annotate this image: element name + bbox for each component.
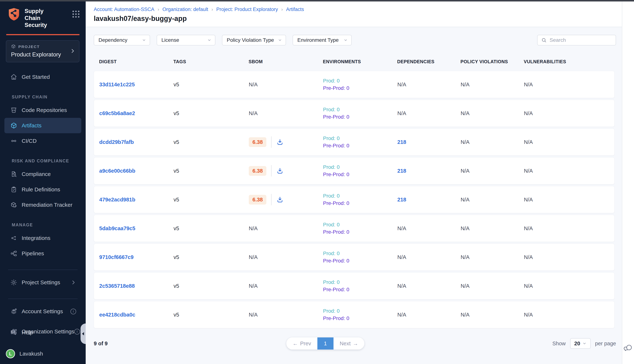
column-header-sbom: SBOM bbox=[249, 59, 323, 64]
breadcrumb-link[interactable]: Project: Product Exploratory bbox=[216, 6, 278, 12]
env-prod-count: Prod: 0 bbox=[323, 278, 397, 286]
vulnerabilities-value: N/A bbox=[524, 110, 533, 116]
prev-page-button[interactable]: ← Prev bbox=[286, 338, 317, 350]
code-repo-icon bbox=[10, 107, 17, 114]
sidebar-item-account-settings[interactable]: Account Settings i bbox=[5, 304, 81, 319]
digest-link[interactable]: c69c5b6a8ae2 bbox=[99, 110, 135, 116]
sbom-value: N/A bbox=[249, 254, 257, 260]
sidebar-item-artifacts[interactable]: Artifacts bbox=[5, 118, 81, 133]
sidebar-item-get-started[interactable]: Get Started bbox=[5, 69, 81, 85]
integrations-icon bbox=[10, 234, 17, 242]
supply-chain-security-logo-icon bbox=[8, 8, 20, 21]
sbom-score-badge: 6.38 bbox=[249, 137, 266, 147]
digest-link[interactable]: 2c5365718e88 bbox=[99, 283, 135, 289]
clipboard-check-icon bbox=[10, 186, 17, 193]
page-1-button[interactable]: 1 bbox=[317, 338, 334, 350]
sidebar-item-project-settings[interactable]: Project Settings bbox=[5, 275, 81, 290]
row-count: 9 of 9 bbox=[94, 340, 108, 346]
digest-link[interactable]: ee4218cdba0c bbox=[99, 312, 135, 318]
page-size-select[interactable]: 20 bbox=[570, 338, 591, 349]
dependencies-value: N/A bbox=[397, 283, 406, 289]
search-input[interactable] bbox=[550, 37, 612, 43]
env-prod-count: Prod: 0 bbox=[323, 250, 397, 257]
env-preprod-count: Pre-Prod: 0 bbox=[323, 257, 397, 264]
env-preprod-count: Pre-Prod: 0 bbox=[323, 84, 397, 92]
divider bbox=[271, 165, 271, 176]
digest-link[interactable]: a9c6e00c66bb bbox=[99, 168, 135, 174]
sbom-download-button[interactable] bbox=[276, 138, 284, 146]
sidebar-item-ci-cd[interactable]: CI/CD bbox=[5, 133, 81, 149]
sidebar-collapse-handle[interactable] bbox=[81, 324, 86, 344]
vulnerabilities-value: N/A bbox=[524, 197, 533, 202]
environments-cell: Prod: 0 Pre-Prod: 0 bbox=[323, 164, 397, 178]
avatar: L bbox=[6, 349, 15, 358]
dependencies-value: N/A bbox=[397, 226, 406, 231]
policy-violations-value: N/A bbox=[461, 254, 469, 260]
column-header-vulnerabilities: VULNERABILITIES bbox=[524, 59, 614, 64]
vulnerabilities-value: N/A bbox=[524, 283, 533, 289]
artifact-row: 2c5365718e88v5N/A Prod: 0 Pre-Prod: 0 N/… bbox=[94, 272, 614, 300]
nav-section: Get Started bbox=[0, 69, 86, 85]
filter-label: License bbox=[161, 37, 179, 43]
artifact-row: 479e2acd981bv5 6.38 Prod: 0 Pre-Prod: 0 … bbox=[94, 186, 614, 213]
sidebar-item-rule-definitions[interactable]: Rule Definitions bbox=[5, 182, 81, 197]
digest-link[interactable]: dcdd29b7fafb bbox=[99, 139, 134, 145]
home-icon bbox=[10, 74, 17, 80]
sbom-value: N/A bbox=[249, 226, 257, 231]
env-preprod-count: Pre-Prod: 0 bbox=[323, 142, 397, 150]
filter-dropdown-license[interactable]: License bbox=[157, 35, 215, 46]
filter-dropdown-dependency[interactable]: Dependency bbox=[94, 35, 150, 46]
search-box[interactable] bbox=[537, 35, 616, 46]
filter-dropdown-environment-type[interactable]: Environment Type bbox=[292, 35, 352, 46]
breadcrumb-link[interactable]: Account: Automation-SSCA bbox=[94, 6, 154, 12]
user-menu[interactable]: L Lavakush bbox=[6, 346, 81, 361]
table-header-row: DIGESTTAGSSBOMENVIRONMENTSDEPENDENCIESPO… bbox=[94, 59, 614, 64]
digest-link[interactable]: 9710cf6667c9 bbox=[99, 254, 134, 260]
digest-link[interactable]: 5dab9caa79c5 bbox=[99, 226, 135, 231]
brand-divider bbox=[6, 34, 79, 35]
sidebar-item-code-repositories[interactable]: Code Repositories bbox=[5, 102, 81, 118]
arrow-left-icon: ← bbox=[292, 340, 298, 346]
module-grid-icon[interactable] bbox=[73, 11, 79, 18]
breadcrumb-link[interactable]: Artifacts bbox=[286, 6, 304, 12]
breadcrumb-link[interactable]: Organization: default bbox=[163, 6, 208, 12]
policy-violations-value: N/A bbox=[461, 283, 469, 289]
arrow-right-icon: → bbox=[353, 340, 358, 346]
next-page-button[interactable]: Next → bbox=[334, 338, 365, 350]
nav-section: SUPPLY CHAINCode RepositoriesArtifactsCI… bbox=[0, 94, 86, 149]
digest-link[interactable]: 479e2acd981b bbox=[99, 197, 135, 202]
project-selector[interactable]: PROJECT Product Exploratory bbox=[6, 40, 79, 62]
sidebar-item-remediation-tracker[interactable]: Remediation Tracker bbox=[5, 197, 81, 212]
dependencies-link[interactable]: 218 bbox=[397, 168, 406, 174]
page-title: lavakush07/easy-buggy-app bbox=[94, 15, 622, 22]
filter-dropdown-policy-violation-type[interactable]: Policy Violation Type bbox=[222, 35, 286, 46]
tag-value: v5 bbox=[174, 283, 179, 289]
sbom-value: N/A bbox=[249, 82, 257, 88]
sbom-cell: 6.38 bbox=[249, 194, 323, 205]
tag-value: v5 bbox=[174, 168, 179, 174]
environments-cell: Prod: 0 Pre-Prod: 0 bbox=[323, 106, 397, 120]
sbom-download-button[interactable] bbox=[276, 167, 284, 174]
tag-value: v5 bbox=[174, 312, 179, 318]
artifact-row: 5dab9caa79c5v5N/A Prod: 0 Pre-Prod: 0 N/… bbox=[94, 215, 614, 242]
sidebar-bottom: ? Help L Lavakush bbox=[0, 325, 86, 361]
env-preprod-count: Pre-Prod: 0 bbox=[323, 113, 397, 120]
doc-search-icon bbox=[10, 171, 17, 178]
chat-bubbles-icon[interactable] bbox=[624, 344, 632, 352]
sidebar-item-pipelines[interactable]: Pipelines bbox=[5, 246, 81, 261]
sbom-download-button[interactable] bbox=[276, 196, 284, 203]
layers-gear-icon bbox=[10, 308, 17, 315]
sidebar-item-help[interactable]: ? Help bbox=[5, 325, 81, 340]
nav-section-heading: MANAGE bbox=[12, 222, 86, 228]
artifact-row: a9c6e00c66bbv5 6.38 Prod: 0 Pre-Prod: 0 … bbox=[94, 157, 614, 184]
digest-link[interactable]: 33d114e1c225 bbox=[99, 82, 135, 88]
infinity-icon bbox=[10, 138, 17, 144]
vulnerabilities-value: N/A bbox=[524, 82, 533, 88]
sidebar-item-integrations[interactable]: Integrations bbox=[5, 230, 81, 246]
sidebar-item-compliance[interactable]: Compliance bbox=[5, 166, 81, 182]
dependencies-link[interactable]: 218 bbox=[397, 197, 406, 202]
dependencies-value: N/A bbox=[397, 110, 406, 116]
chevron-right-icon bbox=[71, 280, 76, 285]
info-icon[interactable]: i bbox=[71, 309, 76, 314]
dependencies-link[interactable]: 218 bbox=[397, 139, 406, 145]
